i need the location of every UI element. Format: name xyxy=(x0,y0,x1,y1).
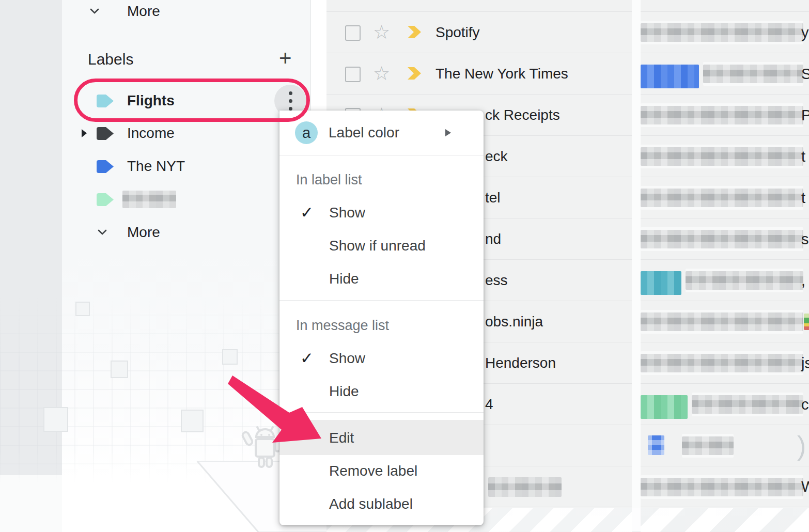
subject-row[interactable]: ) xyxy=(641,425,809,466)
sidebar-item-more-labels[interactable]: More xyxy=(95,221,160,244)
sidebar-item-redacted[interactable] xyxy=(96,188,114,211)
menu-item-label: Edit xyxy=(329,421,354,455)
sidebar-more-labels-label: More xyxy=(127,224,160,241)
star-icon[interactable]: ☆ xyxy=(373,21,390,44)
subject-row[interactable]: S xyxy=(641,53,809,94)
checkmark-icon: ✓ xyxy=(300,342,314,375)
redacted-subject xyxy=(641,227,803,251)
menu-item-hide-label-list[interactable]: Hide xyxy=(279,262,484,295)
circuit-square xyxy=(43,407,68,432)
menu-divider xyxy=(279,412,484,413)
circuit-square xyxy=(75,302,90,316)
menu-item-show-if-unread[interactable]: Show if unread xyxy=(279,229,484,262)
redacted-subject xyxy=(682,434,734,458)
labels-section-header: Labels xyxy=(88,51,133,68)
star-icon[interactable]: ☆ xyxy=(373,62,390,85)
subject-row[interactable]: js xyxy=(641,342,809,383)
redacted-subject xyxy=(641,145,803,168)
menu-item-label: Hide xyxy=(329,262,359,295)
menu-section-header: In label list xyxy=(296,164,500,195)
subject-text-fragment: , xyxy=(801,272,805,289)
sidebar-label-nyt: The NYT xyxy=(127,158,185,175)
menu-divider xyxy=(279,300,484,301)
label-tag-icon xyxy=(96,193,114,207)
menu-item-label-color[interactable]: a Label color xyxy=(279,111,484,155)
menu-item-label: Show if unread xyxy=(329,229,426,262)
menu-item-label: Remove label xyxy=(329,455,417,488)
label-tag-icon xyxy=(96,127,114,140)
circuit-square xyxy=(111,361,128,378)
subject-row[interactable]: t xyxy=(641,135,809,177)
redacted-subject xyxy=(692,393,803,416)
redacted-subject xyxy=(641,21,803,44)
redacted-subject xyxy=(641,351,803,375)
circuit-square xyxy=(181,410,204,432)
menu-item-label: Hide xyxy=(329,375,359,408)
sender-name: The New York Times xyxy=(435,66,568,82)
redacted-sender xyxy=(488,477,562,497)
sender-name-fragment: ess xyxy=(485,272,508,289)
menu-item-label: Show xyxy=(329,342,365,375)
menu-item-add-sublabel[interactable]: Add sublabel xyxy=(279,488,484,521)
sidebar-item-income[interactable]: Income xyxy=(96,122,175,145)
emoji-fragment xyxy=(804,314,809,330)
annotation-highlight-oval xyxy=(74,79,310,122)
subject-text-fragment: js xyxy=(801,354,809,371)
sidebar-item-the-nyt[interactable]: The NYT xyxy=(96,155,185,178)
menu-item-label: Show xyxy=(329,196,365,229)
redacted-label-chip xyxy=(641,271,681,295)
redacted-subject xyxy=(641,310,803,334)
sender-name-fragment: ck Receipts xyxy=(485,107,560,123)
subject-text-fragment: y xyxy=(801,24,809,41)
sender-name-fragment: Henderson xyxy=(485,355,556,371)
email-subject-column: y S P t t s , js c ) xyxy=(641,0,809,508)
android-robot-watermark xyxy=(240,423,280,472)
redacted-subject xyxy=(641,103,803,127)
email-row[interactable]: ☆ The New York Times xyxy=(326,53,632,94)
sender-name-fragment: eck xyxy=(485,148,508,165)
select-checkbox[interactable] xyxy=(345,67,361,82)
email-row[interactable]: ☆ Spotify xyxy=(326,11,632,53)
expand-arrow-icon[interactable] xyxy=(82,129,87,137)
redacted-label-chip xyxy=(641,65,699,88)
subject-row[interactable]: W xyxy=(641,466,809,507)
subject-row[interactable]: c xyxy=(641,383,809,425)
subject-text-fragment: t xyxy=(801,148,805,165)
redacted-label-chip xyxy=(641,395,688,419)
menu-item-show-message-list[interactable]: ✓ Show xyxy=(279,342,484,375)
redacted-subject xyxy=(686,269,803,292)
subject-text-fragment: s xyxy=(801,230,809,247)
subject-row[interactable]: , xyxy=(641,259,809,301)
importance-marker-icon[interactable] xyxy=(407,25,422,39)
label-options-menu: a Label color In label list ✓ Show Show … xyxy=(279,111,484,525)
subject-text-fragment: t xyxy=(801,189,805,206)
redacted-app-icon xyxy=(648,435,664,455)
circuit-square xyxy=(222,349,238,365)
sidebar-divider xyxy=(310,0,311,111)
menu-item-remove-label[interactable]: Remove label xyxy=(279,455,484,488)
subject-row[interactable]: s xyxy=(641,218,809,259)
diagonal-stripes xyxy=(641,508,809,532)
select-checkbox[interactable] xyxy=(345,25,361,41)
subject-row[interactable]: y xyxy=(641,11,809,53)
sidebar-label-income: Income xyxy=(127,125,175,142)
menu-item-hide-message-list[interactable]: Hide xyxy=(279,375,484,408)
menu-item-edit[interactable]: Edit xyxy=(279,421,484,455)
sidebar-item-more-top[interactable]: More xyxy=(87,0,160,23)
subject-text-fragment: W xyxy=(801,478,809,495)
menu-item-label: Add sublabel xyxy=(329,488,413,521)
sender-name-fragment: 4 xyxy=(485,396,493,413)
menu-item-label: Label color xyxy=(329,111,399,155)
menu-item-show-label-list[interactable]: ✓ Show xyxy=(279,196,484,229)
subject-text-fragment: c xyxy=(801,396,809,413)
subject-row[interactable] xyxy=(641,301,809,342)
label-color-avatar: a xyxy=(295,121,318,144)
importance-marker-icon[interactable] xyxy=(407,67,422,80)
create-label-button[interactable]: + xyxy=(279,48,292,69)
menu-section-header: In message list xyxy=(296,310,500,341)
subject-row[interactable]: t xyxy=(641,177,809,218)
redacted-label-name xyxy=(122,191,176,208)
checkmark-icon: ✓ xyxy=(300,196,314,229)
subject-text-fragment: S xyxy=(801,65,809,82)
subject-row[interactable]: P xyxy=(641,94,809,135)
